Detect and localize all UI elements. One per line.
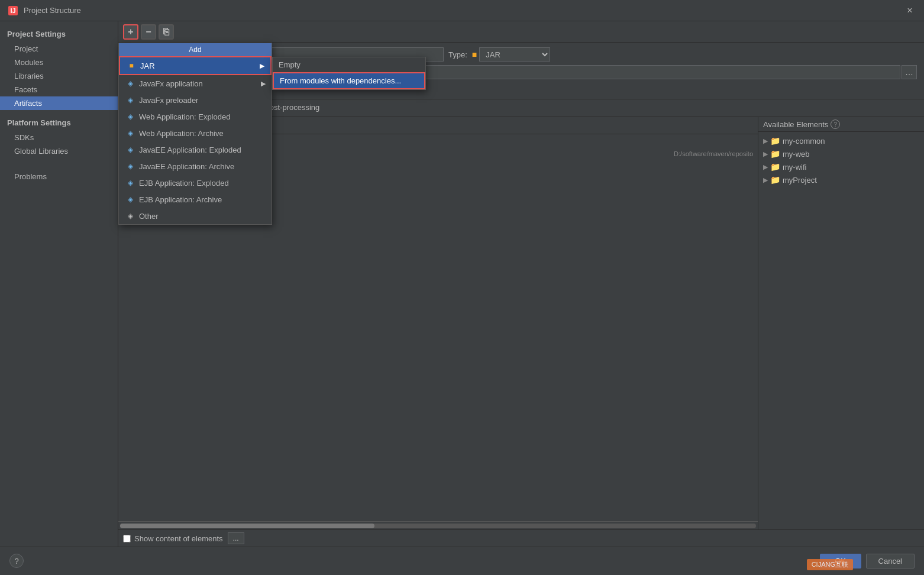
folder-icon-my-web: 📁	[770, 149, 780, 159]
help-button[interactable]: ?	[9, 554, 24, 568]
dropdown-item-web-exploded[interactable]: ◈ Web Application: Exploded	[119, 108, 272, 125]
dropdown-item-ejb-archive[interactable]: ◈ EJB Application: Archive	[119, 191, 272, 208]
app-icon: IJ	[7, 5, 19, 17]
jar-icon: ■	[126, 60, 137, 71]
window-title: Project Structure	[24, 6, 81, 15]
sidebar-item-modules[interactable]: Modules	[0, 56, 118, 69]
dropdown-item-javafx-app[interactable]: ◈ JavaFx application ▶	[119, 75, 272, 92]
watermark: CIJANG互联	[807, 559, 853, 570]
available-elements-header: Available Elements ?	[758, 117, 924, 132]
dropdown-item-jar[interactable]: ■ JAR ▶	[119, 56, 272, 75]
svg-text:IJ: IJ	[10, 7, 15, 14]
show-content-label: Show content of elements	[134, 534, 223, 543]
dropdown-item-javaee-exploded[interactable]: ◈ JavaEE Application: Exploded	[119, 141, 272, 158]
folder-icon-my-wifi: 📁	[770, 162, 780, 172]
web-archive-icon: ◈	[125, 128, 135, 138]
show-content-checkbox[interactable]	[123, 535, 131, 542]
footer: ? OK Cancel CIJANG互联	[0, 547, 924, 575]
sidebar-item-facets[interactable]: Facets	[0, 83, 118, 96]
sidebar-item-sdks[interactable]: SDKs	[0, 131, 118, 144]
artifact-toolbar: + − ⎘ Add ■ JAR ▶ ◈ JavaFx application	[118, 21, 924, 43]
scrollbar-track	[120, 524, 756, 528]
horizontal-scrollbar[interactable]	[118, 521, 758, 529]
sidebar-item-project[interactable]: Project	[0, 42, 118, 56]
chevron-my-wifi: ▶	[763, 163, 768, 171]
dropdown-item-ejb-exploded[interactable]: ◈ EJB Application: Exploded	[119, 175, 272, 191]
chevron-my-web: ▶	[763, 150, 768, 158]
chevron-myproject: ▶	[763, 176, 768, 184]
javaee-archive-icon: ◈	[125, 161, 135, 172]
available-tree: ▶ 📁 my-common ▶ 📁 my-web ▶ 📁 my-wifi	[758, 132, 924, 529]
remove-button[interactable]: −	[141, 24, 156, 40]
jar-type-icon: ■	[472, 50, 477, 59]
dropdown-menu: Add ■ JAR ▶ ◈ JavaFx application ▶ ◈ J	[118, 43, 272, 225]
avail-item-myproject[interactable]: ▶ 📁 myProject	[758, 173, 924, 186]
avail-item-my-wifi[interactable]: ▶ 📁 my-wifi	[758, 160, 924, 173]
close-button[interactable]: ×	[903, 4, 917, 18]
submenu-arrow-2: ▶	[261, 80, 266, 88]
copy-button[interactable]: ⎘	[159, 24, 174, 40]
browse-button[interactable]: …	[902, 65, 917, 79]
title-bar: IJ Project Structure ×	[0, 0, 924, 21]
type-label: Type:	[448, 50, 467, 59]
ejb-exploded-icon: ◈	[125, 177, 135, 188]
add-dropdown: Add ■ JAR ▶ ◈ JavaFx application ▶ ◈ J	[118, 43, 272, 225]
other-icon: ◈	[125, 211, 135, 221]
javafx-preloader-icon: ◈	[125, 95, 135, 105]
folder-icon-myproject: 📁	[770, 175, 780, 185]
dropdown-header: Add	[119, 43, 272, 56]
avail-item-my-web[interactable]: ▶ 📁 my-web	[758, 147, 924, 160]
ejb-archive-icon: ◈	[125, 194, 135, 205]
available-elements-panel: Available Elements ? ▶ 📁 my-common ▶ 📁 m…	[758, 117, 924, 529]
dropdown-item-other[interactable]: ◈ Other	[119, 208, 272, 224]
sidebar-item-libraries[interactable]: Libraries	[0, 69, 118, 83]
main-layout: Project Settings Project Modules Librari…	[0, 21, 924, 547]
add-button[interactable]: +	[123, 24, 138, 40]
scrollbar-thumb	[120, 524, 374, 528]
javaee-exploded-icon: ◈	[125, 144, 135, 155]
avail-item-my-common[interactable]: ▶ 📁 my-common	[758, 134, 924, 147]
bottom-row: Show content of elements ...	[118, 529, 924, 547]
submenu-item-empty[interactable]: Empty	[273, 57, 425, 72]
sidebar: Project Settings Project Modules Librari…	[0, 21, 118, 547]
dropdown-item-web-archive[interactable]: ◈ Web Application: Archive	[119, 125, 272, 141]
available-info-icon: ?	[831, 119, 840, 129]
show-content-options-button[interactable]: ...	[228, 532, 244, 544]
dropdown-item-javaee-archive[interactable]: ◈ JavaEE Application: Archive	[119, 158, 272, 175]
submenu-item-from-modules[interactable]: From modules with dependencies...	[273, 72, 425, 89]
submenu-arrow: ▶	[260, 62, 264, 70]
cancel-button[interactable]: Cancel	[866, 554, 915, 568]
folder-icon-my-common: 📁	[770, 136, 780, 146]
sidebar-item-global-libraries[interactable]: Global Libraries	[0, 144, 118, 158]
javafx-app-icon: ◈	[125, 78, 135, 89]
jar-submenu: Empty From modules with dependencies...	[272, 57, 426, 90]
dropdown-item-javafx-preloader[interactable]: ◈ JavaFx preloader	[119, 92, 272, 108]
sidebar-item-problems[interactable]: Problems	[0, 170, 118, 183]
type-select[interactable]: JAR	[479, 47, 550, 62]
project-settings-heading: Project Settings	[0, 26, 118, 42]
sidebar-item-artifacts[interactable]: Artifacts	[0, 96, 118, 110]
chevron-my-common: ▶	[763, 137, 768, 145]
content-area: + − ⎘ Add ■ JAR ▶ ◈ JavaFx application	[118, 21, 924, 547]
platform-settings-heading: Platform Settings	[0, 115, 118, 131]
web-exploded-icon: ◈	[125, 111, 135, 122]
